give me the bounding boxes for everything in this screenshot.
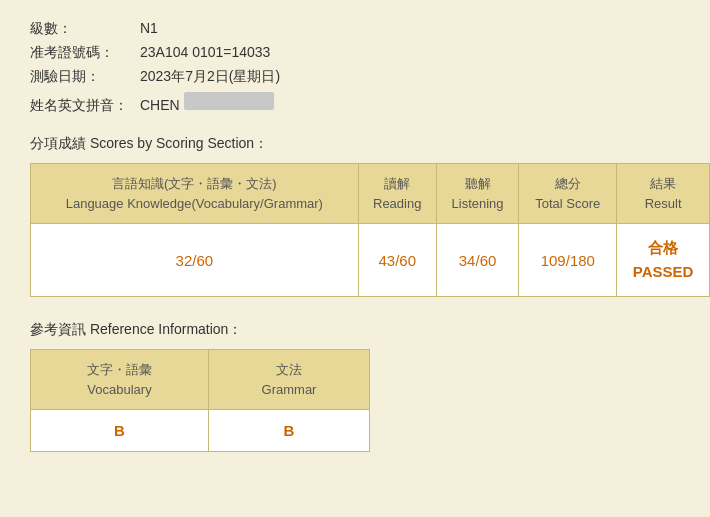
exam-id-label: 准考證號碼：: [30, 44, 140, 62]
language-score-cell: 32/60: [31, 224, 359, 297]
col-grammar: 文法 Grammar: [208, 350, 369, 410]
col-listening: 聽解 Listening: [436, 164, 518, 224]
reference-table: 文字・語彙 Vocabulary 文法 Grammar B B: [30, 349, 370, 452]
scores-data-row: 32/60 43/60 34/60 109/180 合格 PASSED: [31, 224, 710, 297]
name-value: CHEN: [140, 97, 180, 113]
name-redacted-box: [184, 92, 274, 110]
vocabulary-grade-cell: B: [31, 410, 209, 452]
result-cell: 合格 PASSED: [617, 224, 710, 297]
exam-id-value: 23A104 0101=14033: [140, 44, 270, 60]
name-row: 姓名英文拼音： CHEN: [30, 92, 680, 115]
listening-score-cell: 34/60: [436, 224, 518, 297]
col-language: 言語知識(文字・語彙・文法) Language Knowledge(Vocabu…: [31, 164, 359, 224]
grammar-grade-cell: B: [208, 410, 369, 452]
scores-section-title: 分項成績 Scores by Scoring Section：: [30, 135, 680, 153]
name-label: 姓名英文拼音：: [30, 97, 140, 115]
date-row: 測驗日期： 2023年7月2日(星期日): [30, 68, 680, 86]
scores-table: 言語知識(文字・語彙・文法) Language Knowledge(Vocabu…: [30, 163, 710, 297]
exam-id-row: 准考證號碼： 23A104 0101=14033: [30, 44, 680, 62]
date-label: 測驗日期：: [30, 68, 140, 86]
ref-header-row: 文字・語彙 Vocabulary 文法 Grammar: [31, 350, 370, 410]
col-total: 總分 Total Score: [519, 164, 617, 224]
col-reading: 讀解 Reading: [358, 164, 436, 224]
col-vocabulary: 文字・語彙 Vocabulary: [31, 350, 209, 410]
reference-section-title: 參考資訊 Reference Information：: [30, 321, 680, 339]
level-label: 級數：: [30, 20, 140, 38]
level-row: 級數： N1: [30, 20, 680, 38]
date-value: 2023年7月2日(星期日): [140, 68, 280, 86]
total-score-cell: 109/180: [519, 224, 617, 297]
info-section: 級數： N1 准考證號碼： 23A104 0101=14033 測驗日期： 20…: [30, 20, 680, 115]
level-value: N1: [140, 20, 158, 36]
reading-score-cell: 43/60: [358, 224, 436, 297]
col-result: 結果 Result: [617, 164, 710, 224]
scores-header-row: 言語知識(文字・語彙・文法) Language Knowledge(Vocabu…: [31, 164, 710, 224]
ref-data-row: B B: [31, 410, 370, 452]
